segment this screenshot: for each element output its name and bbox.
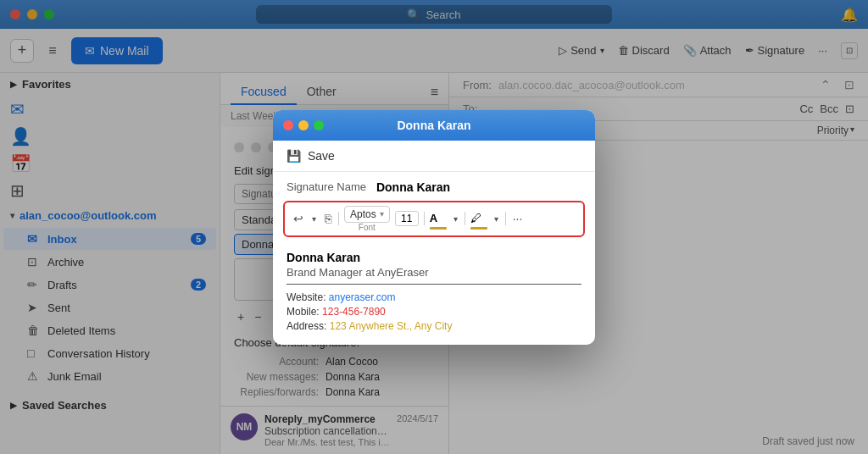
modal-sig-content: Donna Karan Brand Manager at AnyEraser W… (273, 244, 595, 345)
font-selector-wrap: Aptos ▾ Font (344, 206, 390, 232)
modal-overlay: Donna Karan 💾 Save Signature Name Donna … (0, 0, 868, 454)
fmt-divider2 (424, 212, 425, 225)
sig-content-divider (287, 284, 581, 285)
address-value: 123 Anywhere St., Any City (330, 320, 453, 332)
mobile-value: 123-456-7890 (322, 306, 386, 318)
highlight-color-btn[interactable]: 🖊 (470, 210, 487, 227)
fmt-divider3 (465, 212, 465, 225)
font-name: Aptos (350, 208, 376, 220)
website-label: Website: (287, 291, 326, 303)
color-b-underline (470, 227, 487, 230)
font-selector[interactable]: Aptos ▾ (344, 206, 390, 223)
sig-person-name: Donna Karan (287, 251, 581, 264)
font-dropdown-arrow[interactable]: ▾ (380, 209, 384, 219)
website-url[interactable]: anyeraser.com (329, 291, 396, 303)
modal-close[interactable] (283, 120, 293, 130)
donna-karan-modal: Donna Karan 💾 Save Signature Name Donna … (273, 110, 595, 345)
modal-titlebar: Donna Karan (273, 110, 595, 141)
modal-maximize[interactable] (314, 120, 324, 130)
sig-address-line: Address: 123 Anywhere St., Any City (287, 320, 581, 332)
color-a-chevron[interactable]: ▾ (452, 213, 459, 225)
save-icon: 💾 (287, 149, 301, 163)
modal-window-controls (283, 120, 324, 130)
font-color-a-btn[interactable]: A (430, 210, 447, 227)
modal-minimize[interactable] (298, 120, 309, 130)
sig-name-value: Donna Karan (376, 180, 450, 194)
fmt-divider4 (505, 212, 506, 225)
color-b-chevron[interactable]: ▾ (492, 213, 500, 225)
fmt-divider1 (338, 212, 339, 225)
modal-save-row[interactable]: 💾 Save (273, 141, 595, 172)
font-color-a-icon: A (430, 212, 437, 224)
sig-website-line: Website: anyeraser.com (287, 291, 581, 303)
modal-sig-name-row: Signature Name Donna Karan (273, 172, 595, 201)
sig-name-label: Signature Name (287, 180, 366, 193)
undo-chevron[interactable]: ▾ (310, 213, 318, 225)
highlight-icon: 🖊 (470, 212, 481, 224)
font-size-input[interactable] (395, 211, 419, 226)
more-format-btn[interactable]: ··· (511, 210, 525, 227)
modal-title: Donna Karan (397, 119, 470, 132)
sig-role: Brand Manager at AnyEraser (287, 266, 581, 279)
color-a-underline (430, 227, 447, 230)
undo-btn[interactable]: ↩ (292, 210, 305, 227)
font-label: Font (359, 223, 376, 232)
address-label: Address: (287, 320, 326, 332)
copy-btn[interactable]: ⎘ (323, 210, 333, 227)
save-label: Save (308, 149, 335, 163)
modal-format-bar: ↩ ▾ ⎘ Aptos ▾ Font A ▾ 🖊 (283, 201, 585, 237)
mobile-label: Mobile: (287, 306, 320, 318)
sig-mobile-line: Mobile: 123-456-7890 (287, 306, 581, 318)
